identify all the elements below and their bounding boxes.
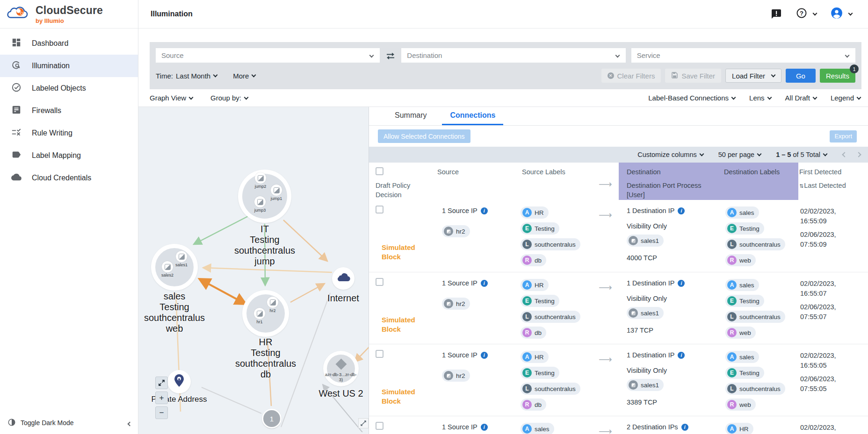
customize-columns-dropdown[interactable]: Customize columns: [637, 151, 703, 158]
sidebar-item-illumination[interactable]: Illumination: [0, 55, 138, 77]
info-icon[interactable]: i: [481, 207, 488, 214]
source-labels: AHRETestingLsouthcentralusRdb: [518, 272, 592, 344]
direction-arrow-icon: ⟶: [592, 416, 619, 434]
row-checkbox[interactable]: [376, 350, 383, 358]
panel-resize-handle[interactable]: [358, 418, 369, 428]
sidebar-item-label: Rule Writing: [32, 129, 72, 137]
sidebar-item-labeled-objects[interactable]: Labeled Objects: [0, 77, 138, 100]
graph-node-private-address[interactable]: [167, 370, 191, 393]
graph-node-west-us-2[interactable]: azr-db-3...zr-db-3): [323, 351, 359, 386]
tab-connections[interactable]: Connections: [442, 107, 503, 125]
column-source: Source: [437, 163, 518, 200]
chevron-down-icon: [252, 73, 256, 78]
destination-labels: AsalesETestingLsouthcentralusRweb: [723, 344, 798, 416]
graph-group-sales-web[interactable]: sales1 sales2: [151, 244, 198, 291]
chevron-down-icon: [244, 95, 249, 100]
info-icon[interactable]: i: [678, 352, 685, 359]
sidebar-item-label-mapping[interactable]: Label Mapping: [0, 144, 138, 167]
sidebar-item-dashboard[interactable]: Dashboard: [0, 32, 138, 55]
row-checkbox[interactable]: [376, 278, 383, 286]
label-chip: ETesting: [521, 222, 559, 235]
row-checkbox[interactable]: [376, 422, 383, 430]
help-menu[interactable]: ?: [792, 7, 820, 21]
vm-icon: [444, 227, 453, 236]
results-button[interactable]: Results 1: [820, 69, 855, 83]
tab-summary[interactable]: Summary: [387, 107, 434, 125]
more-filters-dropdown[interactable]: More: [233, 72, 255, 80]
prev-page-button[interactable]: [842, 152, 847, 157]
sidebar-collapse-button[interactable]: [128, 419, 131, 427]
source-filter[interactable]: [156, 48, 380, 63]
graph-group-it-jump[interactable]: jump2 jump1 jump3: [238, 170, 291, 223]
label-type-badge: L: [727, 240, 737, 249]
per-page-dropdown[interactable]: 50 per page: [718, 151, 761, 158]
info-icon[interactable]: i: [481, 424, 488, 431]
next-page-button[interactable]: [856, 152, 861, 157]
sidebar-item-rule-writing[interactable]: Rule Writing: [0, 122, 138, 144]
zoom-out-button[interactable]: −: [155, 406, 168, 419]
fit-to-screen-button[interactable]: [155, 377, 168, 389]
chevron-down-icon: [767, 95, 772, 100]
destination-filter-input[interactable]: [401, 48, 625, 63]
vm-icon: [629, 236, 638, 245]
load-filter-button[interactable]: Load Filter: [725, 69, 781, 83]
graph-group-hr-db[interactable]: hr2 hr1: [242, 290, 289, 337]
lens-dropdown[interactable]: Lens: [749, 94, 771, 102]
info-icon[interactable]: i: [481, 352, 488, 359]
label-chip: AHR: [521, 206, 549, 219]
go-button[interactable]: Go: [786, 69, 816, 83]
source-count: 1 Source IPi: [442, 351, 518, 359]
label-type-badge: E: [522, 296, 532, 306]
select-all-checkbox[interactable]: [376, 167, 383, 175]
zoom-in-button[interactable]: +: [155, 391, 168, 404]
vm-icon: [255, 172, 266, 184]
time-filter-dropdown[interactable]: Time: Last Month: [156, 72, 217, 80]
save-filter-button[interactable]: Save Filter: [665, 69, 721, 83]
page-range-dropdown[interactable]: 1 – 5 of 5 Total: [776, 151, 827, 158]
policy-version-dropdown[interactable]: All Draft: [785, 94, 817, 102]
graph-node-internet[interactable]: [332, 267, 354, 290]
graph-node-sales2[interactable]: sales2: [156, 261, 179, 277]
destination-count: 1 Destination IPi: [627, 206, 723, 215]
swap-source-destination-icon[interactable]: [380, 51, 401, 60]
graph-node-jump3[interactable]: jump3: [249, 196, 271, 213]
node-chip: hr2: [442, 225, 470, 237]
info-icon[interactable]: i: [481, 280, 488, 287]
row-checkbox[interactable]: [376, 206, 383, 213]
allow-selected-connections-button[interactable]: Allow Selected Connections: [378, 129, 470, 143]
legend-dropdown[interactable]: Legend: [831, 94, 861, 102]
table-row: SimulatedBlock1 Source IPihr2AHRETesting…: [369, 200, 868, 272]
info-icon[interactable]: i: [678, 280, 685, 287]
destination-filter[interactable]: [401, 48, 625, 63]
clear-filters-button[interactable]: ✕ Clear Filters: [601, 69, 661, 83]
graph-node-hr1[interactable]: hr1: [248, 308, 271, 324]
draft-policy-decision: SimulatedBlock: [376, 243, 437, 262]
illumination-map[interactable]: jump2 jump1 jump3 IT Testing southcentra…: [138, 107, 369, 434]
main-area: Illumination ?: [138, 0, 868, 434]
connection-type-dropdown[interactable]: Label-Based Connections: [648, 94, 735, 102]
brand-logo-row: CloudSecure by Illumio: [0, 0, 138, 28]
vm-icon: [267, 297, 278, 308]
feedback-button[interactable]: [767, 8, 786, 20]
export-button[interactable]: Export: [830, 130, 857, 142]
user-menu[interactable]: [827, 7, 856, 21]
vm-icon: [271, 185, 282, 196]
label-chip: Rweb: [725, 327, 756, 339]
group-by-dropdown[interactable]: Group by:: [210, 94, 248, 102]
graph-view-dropdown[interactable]: Graph View: [150, 94, 193, 102]
dashboard-icon: [11, 37, 22, 50]
graph-cluster-node[interactable]: 1: [262, 409, 282, 428]
service-filter-input[interactable]: [631, 48, 855, 63]
sort-icon: ⇅: [799, 183, 803, 189]
sidebar-item-firewalls[interactable]: Firewalls: [0, 100, 138, 122]
node-chip-text: hr2: [456, 372, 465, 379]
toggle-dark-mode[interactable]: Toggle Dark Mode: [7, 418, 74, 428]
sidebar-item-cloud-credentials[interactable]: Cloud Credentials: [0, 167, 138, 189]
service-filter[interactable]: [631, 48, 855, 63]
column-detected[interactable]: First Detected ⇅Last Detected: [798, 163, 868, 200]
info-icon[interactable]: i: [681, 424, 688, 431]
info-icon[interactable]: i: [678, 207, 685, 214]
chevron-down-icon: [823, 152, 828, 157]
node-chip-text: sales1: [641, 382, 659, 389]
source-filter-input[interactable]: [156, 48, 380, 63]
